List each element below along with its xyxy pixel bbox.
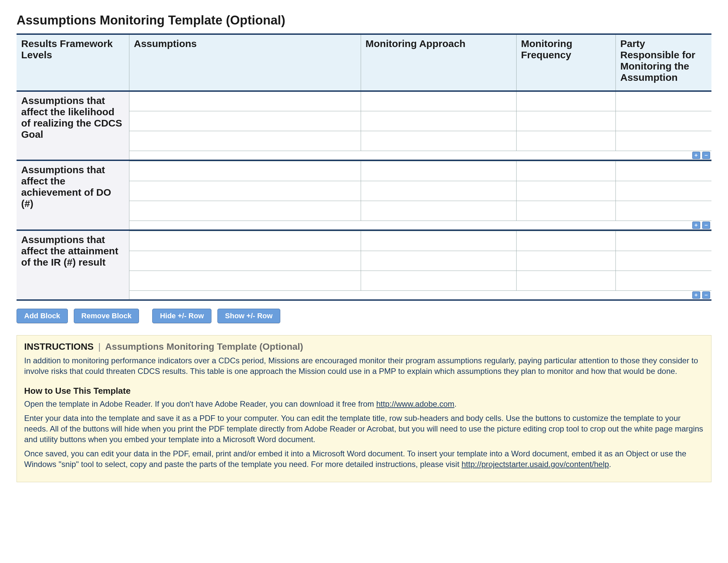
add-block-button[interactable]: Add Block bbox=[17, 309, 68, 323]
cell[interactable] bbox=[129, 270, 361, 291]
howto-heading: How to Use This Template bbox=[24, 386, 704, 396]
add-row-button[interactable]: + bbox=[692, 152, 700, 159]
cell[interactable] bbox=[516, 161, 615, 181]
instructions-heading: INSTRUCTIONS | Assumptions Monitoring Te… bbox=[24, 342, 704, 352]
table-row: Assumptions that affect the likelihood o… bbox=[17, 91, 711, 111]
instructions-subtitle: Assumptions Monitoring Template (Optiona… bbox=[105, 342, 303, 352]
cell[interactable] bbox=[361, 91, 516, 111]
help-link[interactable]: http://projectstarter.usaid.gov/content/… bbox=[462, 460, 609, 469]
cell[interactable] bbox=[129, 201, 361, 220]
cell[interactable] bbox=[615, 161, 711, 181]
instructions-panel: INSTRUCTIONS | Assumptions Monitoring Te… bbox=[17, 335, 711, 482]
cell[interactable] bbox=[615, 111, 711, 131]
cell[interactable] bbox=[361, 201, 516, 220]
cell[interactable] bbox=[129, 251, 361, 270]
cell[interactable] bbox=[129, 181, 361, 201]
cell[interactable] bbox=[615, 181, 711, 201]
cell[interactable] bbox=[129, 161, 361, 181]
howto-step-enter: Enter your data into the template and sa… bbox=[24, 413, 704, 445]
howto-step-save: Once saved, you can edit your data in th… bbox=[24, 448, 704, 470]
assumptions-table: Results Framework Levels Assumptions Mon… bbox=[17, 33, 711, 301]
cell[interactable] bbox=[615, 131, 711, 151]
cell[interactable] bbox=[361, 111, 516, 131]
cell[interactable] bbox=[615, 270, 711, 291]
cell[interactable] bbox=[516, 251, 615, 270]
col-monitoring-frequency: Monitoring Frequency bbox=[516, 34, 615, 91]
section-label-ir[interactable]: Assumptions that affect the attainment o… bbox=[17, 231, 129, 300]
cell[interactable] bbox=[516, 91, 615, 111]
cell[interactable] bbox=[516, 270, 615, 291]
toolbar: Add Block Remove Block Hide +/- Row Show… bbox=[17, 309, 711, 323]
table-row: Assumptions that affect the attainment o… bbox=[17, 231, 711, 251]
cell[interactable] bbox=[361, 231, 516, 251]
cell[interactable] bbox=[129, 111, 361, 131]
table-row: Assumptions that affect the achievement … bbox=[17, 161, 711, 181]
col-assumptions: Assumptions bbox=[129, 34, 361, 91]
table-header-row: Results Framework Levels Assumptions Mon… bbox=[17, 34, 711, 91]
cell[interactable] bbox=[615, 231, 711, 251]
cell[interactable] bbox=[361, 131, 516, 151]
cell[interactable] bbox=[129, 231, 361, 251]
cell[interactable] bbox=[615, 201, 711, 220]
section-label-cdcs-goal[interactable]: Assumptions that affect the likelihood o… bbox=[17, 91, 129, 160]
col-monitoring-approach: Monitoring Approach bbox=[361, 34, 516, 91]
instructions-intro: In addition to monitoring performance in… bbox=[24, 355, 704, 377]
adobe-link[interactable]: http://www.adobe.com bbox=[376, 399, 454, 408]
remove-block-button[interactable]: Remove Block bbox=[74, 309, 139, 323]
cell[interactable] bbox=[361, 251, 516, 270]
cell[interactable] bbox=[615, 251, 711, 270]
col-results-framework: Results Framework Levels bbox=[17, 34, 129, 91]
cell[interactable] bbox=[516, 231, 615, 251]
remove-row-button[interactable]: – bbox=[702, 221, 710, 229]
remove-row-button[interactable]: – bbox=[702, 152, 710, 159]
cell[interactable] bbox=[361, 161, 516, 181]
hide-row-button[interactable]: Hide +/- Row bbox=[152, 309, 211, 323]
show-row-button[interactable]: Show +/- Row bbox=[217, 309, 280, 323]
cell[interactable] bbox=[516, 111, 615, 131]
howto-step-open: Open the template in Adobe Reader. If yo… bbox=[24, 399, 704, 409]
cell[interactable] bbox=[361, 181, 516, 201]
remove-row-button[interactable]: – bbox=[702, 292, 710, 299]
cell[interactable] bbox=[516, 201, 615, 220]
instructions-label: INSTRUCTIONS bbox=[24, 342, 94, 352]
cell[interactable] bbox=[129, 91, 361, 111]
add-row-button[interactable]: + bbox=[692, 221, 700, 229]
page-title[interactable]: Assumptions Monitoring Template (Optiona… bbox=[17, 13, 711, 27]
col-party-responsible: Party Responsible for Monitoring the Ass… bbox=[615, 34, 711, 91]
section-label-do[interactable]: Assumptions that affect the achievement … bbox=[17, 161, 129, 230]
cell[interactable] bbox=[516, 131, 615, 151]
cell[interactable] bbox=[615, 91, 711, 111]
cell[interactable] bbox=[516, 181, 615, 201]
add-row-button[interactable]: + bbox=[692, 292, 700, 299]
cell[interactable] bbox=[361, 270, 516, 291]
cell[interactable] bbox=[129, 131, 361, 151]
separator: | bbox=[98, 342, 101, 352]
